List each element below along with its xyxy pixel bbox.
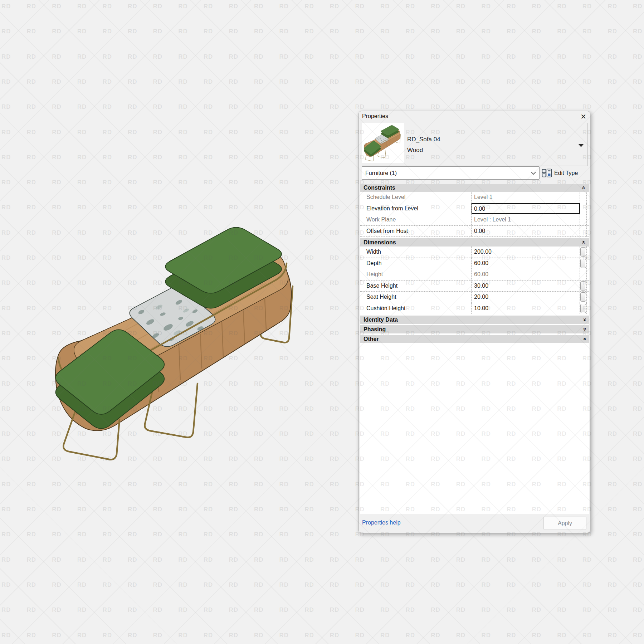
associate-parameter-cell <box>580 226 587 237</box>
property-label: Width <box>360 247 472 258</box>
edit-type-icon <box>542 169 552 178</box>
section-label: Dimensions <box>364 239 396 246</box>
property-row-schedule-level: Schedule LevelLevel 1 <box>360 192 589 203</box>
expand-section-icon[interactable]: « <box>581 328 587 331</box>
property-row-work-plane: Work PlaneLevel : Level 1 <box>360 214 589 226</box>
property-value[interactable]: 30.00 <box>472 280 580 292</box>
property-value[interactable]: 20.00 <box>472 292 580 303</box>
edit-type-button[interactable]: Edit Type <box>542 168 589 179</box>
associate-parameter-cell <box>580 280 587 292</box>
expand-section-icon[interactable]: « <box>581 337 587 340</box>
associate-parameter-cell <box>580 214 587 225</box>
collapse-section-icon[interactable]: « <box>581 241 587 244</box>
property-row-elevation-from-level: Elevation from Level0.00 <box>360 203 589 215</box>
edit-type-label: Edit Type <box>554 170 578 176</box>
section-header-other[interactable]: Other« <box>360 335 589 343</box>
close-icon[interactable]: ✕ <box>580 112 586 121</box>
property-label: Cushion Height <box>360 303 472 314</box>
property-label: Offset from Host <box>360 226 472 237</box>
property-value[interactable]: 10.00 <box>472 303 580 314</box>
property-row-depth: Depth60.00 <box>360 258 589 269</box>
section-header-constraints[interactable]: Constraints« <box>360 184 589 192</box>
property-label: Height <box>360 269 472 280</box>
property-row-seat-height: Seat Height20.00 <box>360 292 589 303</box>
associate-parameter-button[interactable] <box>580 292 586 302</box>
section-label: Identity Data <box>364 317 398 323</box>
associate-parameter-cell <box>580 192 587 203</box>
type-selector-combobox[interactable]: Furniture (1) <box>362 166 540 180</box>
property-value[interactable]: 0.00 <box>472 226 580 237</box>
associate-parameter-cell <box>580 258 587 269</box>
property-label: Elevation from Level <box>360 203 472 214</box>
property-row-cushion-height: Cushion Height10.00 <box>360 303 589 314</box>
apply-button[interactable]: Apply <box>543 517 586 530</box>
property-label: Depth <box>360 258 472 269</box>
type-name: RD_Sofa 04 <box>407 136 440 143</box>
associate-parameter-cell <box>580 203 587 214</box>
section-header-identity-data[interactable]: Identity Data« <box>360 316 589 324</box>
property-row-base-height: Base Height30.00 <box>360 280 589 292</box>
property-label: Seat Height <box>360 292 472 303</box>
properties-help-link[interactable]: Properties help <box>362 519 401 526</box>
collapse-section-icon[interactable]: « <box>581 186 587 189</box>
property-label: Work Plane <box>360 214 472 225</box>
section-label: Constraints <box>364 185 395 191</box>
property-row-height: Height60.00 <box>360 269 589 280</box>
associate-parameter-button[interactable] <box>580 281 586 291</box>
section-label: Other <box>364 336 379 342</box>
associate-parameter-button[interactable] <box>580 304 586 313</box>
associate-parameter-cell <box>580 269 587 280</box>
section-header-phasing[interactable]: Phasing« <box>360 325 589 333</box>
property-value: Level 1 <box>472 192 580 203</box>
property-value[interactable]: 200.00 <box>472 247 580 258</box>
type-dropdown-arrow-icon[interactable] <box>578 144 584 147</box>
combobox-chevron-icon[interactable] <box>531 171 536 175</box>
associate-parameter-button[interactable] <box>580 259 586 268</box>
revit-canvas: Properties ✕ RD_Sofa 04 Wood Furniture (… <box>0 0 644 644</box>
expand-section-icon[interactable]: « <box>581 318 587 321</box>
associate-parameter-cell <box>580 292 587 303</box>
associate-parameter-cell <box>580 303 587 314</box>
associate-parameter-button[interactable] <box>580 247 586 257</box>
property-row-offset-from-host: Offset from Host0.00 <box>360 226 589 237</box>
property-value: Level : Level 1 <box>472 214 580 225</box>
panel-title: Properties <box>362 113 388 119</box>
section-label: Phasing <box>364 326 386 333</box>
property-value[interactable]: 0.00 <box>472 203 580 214</box>
section-header-dimensions[interactable]: Dimensions« <box>360 238 589 247</box>
property-label: Schedule Level <box>360 192 472 203</box>
property-label: Base Height <box>360 280 472 292</box>
type-preview: RD_Sofa 04 Wood <box>362 123 588 166</box>
type-thumbnail-image <box>362 123 404 163</box>
type-thumbnail <box>362 123 404 163</box>
properties-panel: Properties ✕ RD_Sofa 04 Wood Furniture (… <box>358 111 590 533</box>
associate-parameter-cell <box>580 247 587 258</box>
property-value[interactable]: 60.00 <box>472 258 580 269</box>
property-row-width: Width200.00 <box>360 247 589 258</box>
property-value: 60.00 <box>472 269 580 280</box>
type-family: Wood <box>407 147 423 154</box>
properties-grid: Constraints«Schedule LevelLevel 1Elevati… <box>360 183 589 514</box>
